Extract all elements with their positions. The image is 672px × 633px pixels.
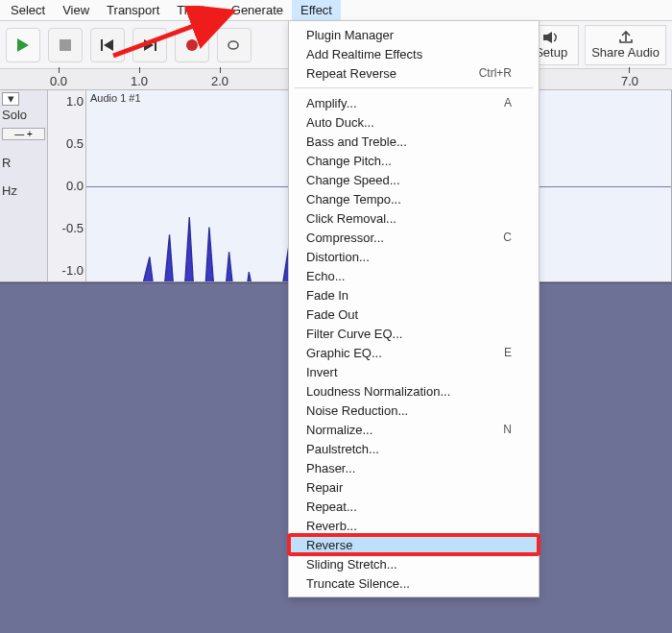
play-button[interactable] <box>6 28 40 62</box>
menu-truncate-silence[interactable]: Truncate Silence... <box>289 573 539 593</box>
menu-noise-reduction[interactable]: Noise Reduction... <box>289 401 539 420</box>
skip-start-icon <box>100 38 115 52</box>
menu-item-label: Loudness Normalization... <box>306 384 512 399</box>
scale-tick: -0.5 <box>50 221 84 235</box>
menu-change-speed[interactable]: Change Speed... <box>289 170 539 189</box>
menu-effect[interactable]: Effect <box>292 0 341 20</box>
ruler-tick: 7.0 <box>621 67 638 88</box>
effect-dropdown-menu: Plugin Manager Add Realtime Effects Repe… <box>288 20 540 597</box>
menu-view[interactable]: View <box>54 0 98 20</box>
menu-reverb[interactable]: Reverb... <box>289 516 539 535</box>
skip-start-button[interactable] <box>90 28 125 62</box>
menu-distortion[interactable]: Distortion... <box>289 247 539 266</box>
menu-amplify[interactable]: Amplify...A <box>289 93 539 112</box>
menu-item-accel: E <box>504 346 512 359</box>
svg-rect-2 <box>101 39 103 51</box>
menu-change-tempo[interactable]: Change Tempo... <box>289 189 539 208</box>
ruler-tick: 2.0 <box>211 67 228 88</box>
menu-fade-in[interactable]: Fade In <box>289 285 539 304</box>
menu-sliding-stretch[interactable]: Sliding Stretch... <box>289 554 539 573</box>
svg-rect-5 <box>155 39 156 51</box>
menu-auto-duck[interactable]: Auto Duck... <box>289 112 539 132</box>
track-solo-label: Solo <box>2 108 45 122</box>
menu-item-label: Repeat... <box>306 499 512 514</box>
menu-item-label: Normalize... <box>306 423 503 437</box>
loop-button[interactable] <box>217 28 252 62</box>
menu-transport[interactable]: Transport <box>98 0 168 20</box>
record-button[interactable] <box>175 28 209 62</box>
app-root: { "menu": { "items": ["Select", "View", … <box>0 0 672 633</box>
svg-point-6 <box>186 39 198 51</box>
menu-change-pitch[interactable]: Change Pitch... <box>289 151 539 170</box>
menu-item-label: Change Tempo... <box>306 192 512 207</box>
stop-button[interactable] <box>48 28 83 62</box>
menu-item-label: Repeat Reverse <box>306 66 479 81</box>
menu-item-label: Repair <box>306 480 512 495</box>
speaker-icon <box>542 31 560 44</box>
track-gain-slider[interactable]: — + <box>2 128 45 140</box>
menu-item-label: Sliding Stretch... <box>306 557 512 572</box>
menu-filter-curve-eq[interactable]: Filter Curve EQ... <box>289 324 539 343</box>
menu-item-label: Fade Out <box>306 307 512 322</box>
svg-marker-3 <box>104 39 113 51</box>
share-icon <box>618 31 634 44</box>
scale-tick: 1.0 <box>50 94 84 109</box>
stop-icon <box>59 38 72 52</box>
menu-item-label: Amplify... <box>306 96 504 110</box>
menu-add-realtime-effects[interactable]: Add Realtime Effects <box>289 44 539 63</box>
menu-item-label: Echo... <box>306 269 512 283</box>
menu-item-label: Paulstretch... <box>306 442 512 456</box>
menu-item-label: Truncate Silence... <box>306 576 512 591</box>
scale-tick: -1.0 <box>50 263 84 278</box>
menu-item-label: Graphic EQ... <box>306 346 504 360</box>
svg-rect-1 <box>60 39 71 51</box>
menu-repair[interactable]: Repair <box>289 477 539 497</box>
menu-item-label: Fade In <box>306 288 512 303</box>
menu-separator <box>295 87 533 88</box>
share-audio-button[interactable]: Share Audio <box>585 25 666 65</box>
menu-graphic-eq[interactable]: Graphic EQ...E <box>289 343 539 362</box>
menu-item-label: Change Speed... <box>306 173 512 187</box>
svg-marker-7 <box>543 32 552 43</box>
track-vertical-scale: 1.0 0.5 0.0 -0.5 -1.0 <box>48 90 86 281</box>
menu-normalize[interactable]: Normalize...N <box>289 420 539 439</box>
menu-repeat[interactable]: Repeat... <box>289 497 539 516</box>
menu-repeat-reverse[interactable]: Repeat ReverseCtrl+R <box>289 63 539 83</box>
svg-marker-0 <box>17 38 29 52</box>
record-icon <box>184 37 200 53</box>
skip-end-button[interactable] <box>132 28 167 62</box>
menu-item-label: Filter Curve EQ... <box>306 327 512 341</box>
menu-item-accel: A <box>504 96 512 110</box>
menu-item-label: Bass and Treble... <box>306 134 512 149</box>
menu-item-label: Click Removal... <box>306 211 512 226</box>
menu-loudness-normalization[interactable]: Loudness Normalization... <box>289 381 539 401</box>
menu-paulstretch[interactable]: Paulstretch... <box>289 439 539 458</box>
share-label: Share Audio <box>591 45 660 60</box>
menu-generate[interactable]: Generate <box>223 0 292 20</box>
play-icon <box>15 37 31 53</box>
menu-click-removal[interactable]: Click Removal... <box>289 208 539 228</box>
menu-item-label: Compressor... <box>306 231 503 245</box>
menu-item-label: Auto Duck... <box>306 115 512 130</box>
menu-select[interactable]: Select <box>2 0 54 20</box>
menu-tracks[interactable]: Tracks <box>168 0 223 20</box>
menu-fade-out[interactable]: Fade Out <box>289 304 539 324</box>
menu-reverse[interactable]: Reverse <box>289 535 539 554</box>
menu-item-label: Change Pitch... <box>306 154 512 168</box>
menu-compressor[interactable]: Compressor...C <box>289 228 539 247</box>
menu-echo[interactable]: Echo... <box>289 266 539 285</box>
menu-item-label: Distortion... <box>306 250 512 264</box>
menu-plugin-manager[interactable]: Plugin Manager <box>289 25 539 44</box>
menu-bass-treble[interactable]: Bass and Treble... <box>289 132 539 151</box>
menu-invert[interactable]: Invert <box>289 362 539 381</box>
menu-phaser[interactable]: Phaser... <box>289 458 539 477</box>
toolbar-right-group: Setup Share Audio <box>523 21 666 68</box>
menu-item-label: Invert <box>306 365 512 379</box>
loop-icon <box>226 38 243 52</box>
skip-end-icon <box>142 38 157 52</box>
setup-label: Setup <box>535 45 567 60</box>
menu-item-label: Add Realtime Effects <box>306 47 512 61</box>
track-head: ▾ Solo — + R Hz <box>0 90 48 281</box>
track-menu-dropdown[interactable]: ▾ <box>2 92 19 106</box>
ruler-tick: 0.0 <box>50 67 67 88</box>
